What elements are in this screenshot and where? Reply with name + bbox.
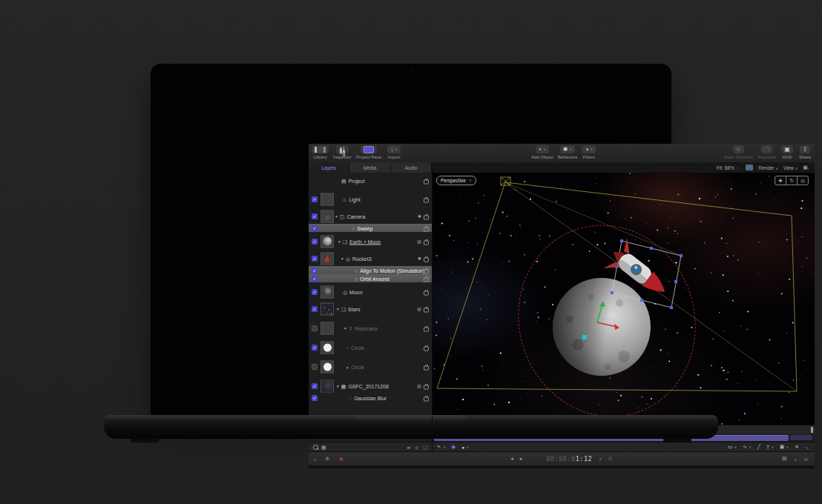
show-filters-icon[interactable]: ❏ — [423, 445, 427, 450]
layer-row-gsfc-20171208[interactable]: ✓▾▦GSFC_20171208▨ — [309, 378, 432, 394]
layer-row-sweep[interactable]: ✓○Sweep — [309, 224, 432, 232]
disclosure-triangle-icon[interactable]: ▾ — [341, 256, 343, 261]
bezier-tool[interactable]: ∿∨ — [743, 444, 752, 450]
lock-icon[interactable] — [424, 385, 429, 389]
lock-icon[interactable] — [424, 365, 429, 370]
lock-icon[interactable] — [424, 257, 429, 262]
layer-checkbox[interactable] — [312, 325, 318, 331]
hud-button[interactable]: ▣HUD — [780, 145, 794, 159]
import-button[interactable]: ↓∨Import — [387, 145, 401, 159]
select-transform-tool[interactable]: ↖∨ — [437, 444, 446, 450]
layer-row-circle[interactable]: ●Circle — [309, 359, 432, 374]
line-tool[interactable]: ╱ — [757, 444, 760, 450]
canvas-viewport[interactable]: Perspective∨ ✚↻◎ — [433, 173, 815, 425]
camera-view-dropdown[interactable]: Perspective∨ — [436, 176, 476, 185]
disclosure-triangle-icon[interactable]: ▾ — [337, 384, 339, 388]
lock-icon[interactable] — [424, 277, 429, 282]
gear-icon[interactable]: ✱ — [418, 214, 421, 219]
lock-icon[interactable] — [424, 227, 429, 231]
tab-layers[interactable]: Layers — [309, 162, 349, 173]
lock-icon[interactable] — [424, 327, 429, 331]
tab-media[interactable]: Media — [349, 162, 390, 173]
layer-checkbox[interactable]: ✓ — [312, 289, 318, 295]
disclosure-triangle-icon[interactable]: ▾ — [344, 326, 346, 331]
play-button[interactable]: ▸ — [520, 456, 523, 462]
filmstrip-icon[interactable]: ▦ — [321, 445, 326, 450]
layer-row-rocket3[interactable]: ✓▾◎Rocket3✱ — [309, 251, 432, 266]
layer-checkbox[interactable]: ✓ — [312, 276, 318, 282]
fit-zoom-control[interactable]: Fit: 68% ⌃⌄ — [717, 165, 740, 170]
render-menu[interactable]: Render ∨ — [758, 165, 778, 170]
behaviors-button[interactable]: ✱∨Behaviors — [558, 145, 578, 159]
inspector-button[interactable]: Inspector — [333, 145, 352, 159]
view-menu[interactable]: View ∨ — [783, 165, 798, 170]
tab-audio[interactable]: Audio — [391, 162, 432, 173]
audio-toggle-button[interactable]: ♪ — [795, 457, 798, 462]
channels-icon[interactable]: ▦⌄ — [803, 165, 810, 170]
layer-row-project[interactable]: ▤Project — [309, 173, 432, 188]
lock-icon[interactable] — [424, 397, 429, 401]
gear-icon[interactable]: ✱ — [418, 256, 421, 261]
layer-checkbox[interactable]: ✓ — [312, 345, 318, 351]
timeline-scroll-remainder[interactable] — [790, 435, 812, 440]
layer-checkbox[interactable]: ✓ — [312, 225, 318, 231]
dolly-tool[interactable]: ◎ — [798, 176, 808, 185]
anchor-point-handle[interactable] — [582, 335, 587, 339]
show-layers-icon[interactable]: ▰ — [407, 445, 410, 450]
layer-checkbox[interactable]: ✓ — [312, 256, 318, 262]
add-object-button[interactable]: +∨Add Object — [531, 145, 553, 159]
crop-tool[interactable]: ✕ — [795, 444, 799, 450]
library-button[interactable]: Library — [312, 145, 329, 159]
timeline-toggle-button[interactable]: ▤ — [782, 456, 787, 462]
play-range-end-marker[interactable] — [811, 427, 813, 433]
layer-row-gaussian-blur[interactable]: ✓◌Gaussian Blur — [309, 394, 432, 402]
lock-icon[interactable] — [424, 179, 429, 184]
moon-object[interactable] — [553, 278, 651, 376]
lock-icon[interactable] — [424, 215, 429, 219]
filters-button[interactable]: ◑∨Filters — [582, 145, 596, 159]
adjust-3d-transform-tool[interactable]: ◈ — [452, 444, 456, 450]
orbit-tool[interactable]: ↻ — [786, 176, 798, 185]
layer-checkbox[interactable]: ✓ — [312, 196, 318, 202]
layer-row-orbit-around[interactable]: ✓○Orbit Around — [309, 274, 432, 282]
record-button[interactable]: ◉ — [338, 456, 343, 462]
clock-icon[interactable]: ⊙ — [608, 456, 613, 462]
search-icon[interactable] — [313, 445, 318, 450]
adjust-item-tool[interactable]: ●∨ — [461, 444, 469, 450]
loop-toggle-button[interactable]: ∞ — [804, 457, 808, 462]
make-particles-button[interactable]: ❋Make Particles — [724, 145, 753, 159]
previous-frame-button[interactable]: ◂ — [510, 456, 513, 462]
layer-row-camera[interactable]: ✓◫▾◫Camera✱ — [309, 208, 432, 224]
fit-stepper-icon[interactable]: ⌃⌄ — [736, 167, 741, 170]
lock-icon[interactable] — [424, 269, 429, 273]
project-pane-button[interactable]: Project Pane — [356, 145, 381, 159]
image-mask-tool[interactable]: ▣∨ — [780, 444, 789, 450]
timecode-menu-icon[interactable]: ∨ — [599, 457, 602, 461]
layer-row-circle[interactable]: ✓○Circle — [309, 339, 432, 355]
layer-row-light[interactable]: ✓☼Light — [309, 191, 432, 207]
replicate-button[interactable]: ❒Replicate — [757, 145, 776, 159]
layer-checkbox[interactable]: ✓ — [312, 268, 318, 273]
pan-tool[interactable]: ✚ — [775, 176, 786, 185]
keyframe-view-button[interactable]: ⊕ — [326, 456, 330, 462]
layer-checkbox[interactable]: ✓ — [312, 383, 318, 389]
layer-checkbox[interactable] — [312, 364, 318, 370]
lock-icon[interactable] — [424, 240, 429, 245]
share-button[interactable]: ⇧Share — [798, 145, 812, 159]
color-swatch-icon[interactable] — [746, 165, 753, 170]
disclosure-triangle-icon[interactable]: ▾ — [337, 307, 339, 311]
timecode-display[interactable]: 00:00:01:12 — [546, 455, 592, 462]
lock-icon[interactable] — [424, 308, 429, 312]
layer-checkbox[interactable]: ✓ — [312, 213, 318, 219]
disclosure-triangle-icon[interactable]: ▾ — [335, 214, 338, 219]
layer-checkbox[interactable]: ✓ — [312, 395, 318, 401]
layer-row-earth-moon[interactable]: ✓▾❏Earth + Moon▨ — [309, 233, 432, 249]
layer-checkbox[interactable]: ✓ — [312, 239, 318, 245]
layer-checkbox[interactable]: ✓ — [312, 306, 318, 312]
lock-icon[interactable] — [424, 291, 429, 295]
audio-mute-button[interactable]: ♪ — [314, 457, 317, 462]
rectangle-tool[interactable]: ▭∨ — [728, 444, 737, 450]
layer-row-moon[interactable]: ✓◎Moon — [309, 284, 432, 299]
lock-icon[interactable] — [424, 346, 429, 351]
layer-row-replicator[interactable]: ▾⠿Replicator — [309, 320, 432, 336]
